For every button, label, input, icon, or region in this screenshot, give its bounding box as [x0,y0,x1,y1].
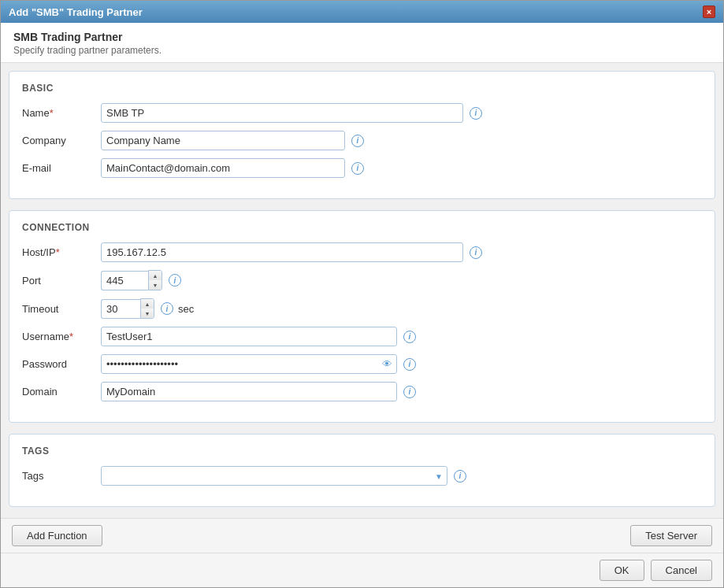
section-basic-title: BASIC [22,83,702,94]
port-up-button[interactable]: ▲ [149,271,162,280]
hostip-label: Host/IP* [22,246,101,258]
hostip-info-icon[interactable]: i [470,246,482,259]
password-input[interactable] [101,354,397,374]
domain-info-icon[interactable]: i [403,386,416,398]
form-row-email: E-mail i [22,158,702,178]
cancel-button[interactable]: Cancel [651,560,712,581]
password-container: 👁 [101,354,397,374]
domain-input[interactable] [101,382,397,401]
section-tags-title: TAGS [22,446,702,457]
form-row-password: Password 👁 i [22,354,702,374]
port-spinner: ▲ ▼ [148,270,162,290]
timeout-up-button[interactable]: ▲ [141,299,154,309]
form-row-timeout: Timeout ▲ ▼ i sec [22,298,702,319]
username-label: Username* [22,331,101,342]
domain-label: Domain [22,386,101,398]
port-down-button[interactable]: ▼ [149,280,162,290]
timeout-info-icon[interactable]: i [161,302,173,315]
password-info-icon[interactable]: i [403,358,416,371]
name-input[interactable] [101,103,463,123]
form-row-name: Name* i [22,103,702,123]
company-info-icon[interactable]: i [351,135,364,147]
title-bar: Add "SMB" Trading Partner × [1,1,723,23]
email-info-icon[interactable]: i [351,162,364,175]
add-function-button[interactable]: Add Function [12,525,102,546]
form-row-port: Port ▲ ▼ i [22,270,702,290]
section-connection-title: CONNECTION [22,222,702,233]
username-input[interactable] [101,327,397,346]
dialog-container: Add "SMB" Trading Partner × SMB Trading … [0,0,724,588]
form-row-username: Username* i [22,327,702,346]
dialog-body: BASIC Name* i Company i E-mail i [1,63,723,518]
form-row-tags: Tags ▼ i [22,466,702,486]
form-row-company: Company i [22,131,702,150]
ok-button[interactable]: OK [600,560,644,581]
footer-bar: Add Function Test Server [1,518,723,553]
email-input[interactable] [101,158,345,178]
action-bar: OK Cancel [1,553,723,587]
form-row-domain: Domain i [22,382,702,401]
company-label: Company [22,135,101,146]
port-input[interactable] [101,271,148,290]
password-label: Password [22,358,101,370]
tags-info-icon[interactable]: i [454,470,466,483]
email-label: E-mail [22,162,101,174]
tags-select-wrapper: ▼ [101,466,447,486]
tags-label: Tags [22,470,101,482]
timeout-unit: sec [178,303,194,315]
section-tags: TAGS Tags ▼ i [9,434,715,507]
form-row-hostip: Host/IP* i [22,242,702,262]
close-icon: × [707,7,711,17]
close-button[interactable]: × [703,6,715,18]
port-info-icon[interactable]: i [169,274,181,287]
name-label: Name* [22,107,101,119]
dialog-header-subtitle: Specify trading partner parameters. [13,45,711,56]
timeout-label: Timeout [22,303,101,315]
timeout-container: ▲ ▼ i sec [101,298,194,319]
password-reveal-icon[interactable]: 👁 [382,358,392,370]
timeout-spinner: ▲ ▼ [140,298,154,319]
port-container: ▲ ▼ [101,270,162,290]
dialog-header-title: SMB Trading Partner [13,31,711,43]
test-server-button[interactable]: Test Server [630,525,712,546]
name-info-icon[interactable]: i [470,107,482,120]
dialog-title: Add "SMB" Trading Partner [9,6,143,18]
hostip-input[interactable] [101,242,463,262]
timeout-input[interactable] [101,299,140,319]
username-info-icon[interactable]: i [403,331,416,343]
port-label: Port [22,275,101,287]
section-connection: CONNECTION Host/IP* i Port ▲ ▼ [9,210,715,423]
timeout-down-button[interactable]: ▼ [141,309,154,318]
dialog-header: SMB Trading Partner Specify trading part… [1,23,723,63]
section-basic: BASIC Name* i Company i E-mail i [9,71,715,199]
company-input[interactable] [101,131,345,150]
tags-select[interactable] [101,466,447,486]
